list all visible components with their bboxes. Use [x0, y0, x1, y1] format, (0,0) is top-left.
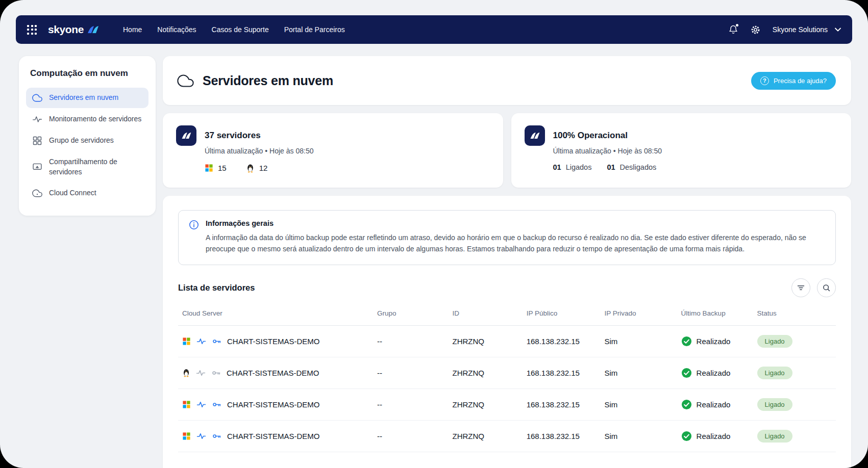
status-badge: Ligado: [757, 335, 792, 348]
sidebar-item-grupo-servidores[interactable]: Grupo de servidores: [26, 131, 148, 151]
key-icon[interactable]: [211, 368, 221, 378]
windows-count: 15: [205, 164, 227, 172]
skyone-logo-text: skyone: [48, 23, 84, 36]
search-button[interactable]: [817, 278, 836, 297]
ip-publico-value: 168.138.232.15: [527, 432, 605, 440]
linux-icon: [182, 368, 190, 377]
bell-icon[interactable]: [728, 24, 739, 35]
key-icon[interactable]: [212, 400, 221, 409]
windows-icon: [205, 164, 213, 172]
filter-button[interactable]: [791, 278, 810, 297]
nav-item-notificacoes[interactable]: Notificações: [157, 25, 196, 34]
apps-grid-icon[interactable]: [27, 25, 37, 35]
backup-value: Realizado: [697, 432, 731, 440]
table-row[interactable]: CHART-SISTEMAS-DEMO -- ZHRZNQ 168.138.23…: [178, 326, 836, 357]
stat-subtitle: Última atualização • Hoje às 08:50: [205, 147, 313, 155]
window-frame: skyone Home Notificações Casos de Suport…: [0, 0, 868, 468]
desligados-count: 01Desligados: [607, 163, 656, 171]
list-actions: [791, 278, 836, 297]
screen-share-icon: [32, 162, 42, 172]
backup-cell: Realizado: [681, 336, 757, 347]
top-navbar: skyone Home Notificações Casos de Suport…: [16, 15, 852, 44]
nav-item-portal-parceiros[interactable]: Portal de Parceiros: [284, 25, 345, 34]
server-cell: CHART-SISTEMAS-DEMO: [182, 336, 377, 346]
stat-card-servers: 37 servidores Última atualização • Hoje …: [163, 113, 503, 188]
ip-privado-value: Sim: [604, 432, 681, 440]
check-circle-icon: [681, 431, 692, 441]
stats-row: 37 servidores Última atualização • Hoje …: [163, 113, 851, 188]
sidebar-item-label: Grupo de servidores: [49, 136, 114, 146]
grupo-value: --: [377, 337, 453, 346]
backup-cell: Realizado: [681, 431, 757, 441]
sidebar-item-monitoramento[interactable]: Monitoramento de servidores: [26, 109, 148, 129]
app-background: skyone Home Notificações Casos de Suport…: [0, 0, 868, 468]
grupo-value: --: [377, 400, 453, 409]
server-name: CHART-SISTEMAS-DEMO: [227, 369, 319, 377]
info-box: Informações gerais A informação da data …: [178, 210, 836, 265]
status-badge: Ligado: [757, 398, 792, 411]
desligados-label: Desligados: [620, 163, 657, 171]
info-box-title: Informações gerais: [206, 219, 818, 227]
monitoring-icon[interactable]: [196, 431, 206, 441]
chevron-down-icon: [835, 28, 841, 32]
stat-title: 37 servidores: [205, 125, 313, 146]
monitoring-icon[interactable]: [196, 400, 206, 409]
backup-value: Realizado: [697, 400, 731, 409]
content-area: Computação em nuvem Servidores em nuvem …: [0, 44, 868, 468]
check-circle-icon: [681, 336, 692, 347]
backup-cell: Realizado: [681, 399, 757, 410]
table-row[interactable]: CHART-SISTEMAS-DEMO -- ZHRZNQ 168.138.23…: [178, 421, 836, 452]
ligados-label: Ligados: [566, 163, 592, 171]
id-value: ZHRZNQ: [453, 337, 527, 346]
ip-publico-value: 168.138.232.15: [527, 369, 605, 377]
col-ip-publico: IP Público: [527, 309, 605, 317]
key-icon[interactable]: [212, 431, 221, 441]
sidebar-item-label: Servidores em nuvem: [49, 93, 118, 103]
grid-icon: [32, 136, 42, 146]
skyone-logo[interactable]: skyone: [48, 23, 100, 36]
list-title: Lista de servidores: [178, 283, 255, 293]
windows-count-value: 15: [218, 164, 227, 172]
page-header-card: Servidores em nuvem ? Precisa de ajuda?: [163, 56, 851, 105]
activity-icon: [32, 114, 42, 124]
stat-card-body: 37 servidores Última atualização • Hoje …: [205, 125, 313, 173]
sidebar-item-label: Compartilhamento de servidores: [49, 157, 142, 177]
id-value: ZHRZNQ: [453, 400, 527, 409]
monitoring-icon[interactable]: [196, 368, 206, 378]
col-id: ID: [453, 309, 527, 317]
backup-value: Realizado: [697, 369, 731, 377]
stat-title: 100% Operacional: [553, 125, 662, 146]
sidebar-item-cloud-connect[interactable]: Cloud Connect: [26, 183, 148, 203]
navbar-left: skyone Home Notificações Casos de Suport…: [27, 23, 345, 36]
col-grupo: Grupo: [377, 309, 453, 317]
help-button[interactable]: ? Precisa de ajuda?: [751, 72, 836, 90]
id-value: ZHRZNQ: [453, 369, 527, 377]
table-row[interactable]: CHART-SISTEMAS-DEMO -- ZHRZNQ 168.138.23…: [178, 357, 836, 389]
nav-item-casos-suporte[interactable]: Casos de Suporte: [212, 25, 269, 34]
skyone-swoosh-icon: [86, 25, 100, 34]
table-row[interactable]: CHART-SISTEMAS-DEMO -- ZHRZNQ 168.138.23…: [178, 389, 836, 421]
gear-icon[interactable]: [750, 24, 761, 35]
table-header-row: Cloud Server Grupo ID IP Público IP Priv…: [178, 301, 836, 326]
stat-card-body: 100% Operacional Última atualização • Ho…: [553, 125, 662, 171]
check-circle-icon: [681, 399, 692, 410]
server-name: CHART-SISTEMAS-DEMO: [227, 337, 319, 346]
server-name: CHART-SISTEMAS-DEMO: [227, 400, 319, 409]
ligados-count: 01Ligados: [553, 163, 592, 171]
id-value: ZHRZNQ: [453, 432, 527, 440]
nav-item-home[interactable]: Home: [123, 25, 142, 34]
question-mark-icon: ?: [760, 76, 769, 85]
ip-publico-value: 168.138.232.15: [527, 337, 605, 346]
skyone-swoosh-icon: [176, 125, 196, 146]
status-badge: Ligado: [757, 367, 792, 379]
server-cell: CHART-SISTEMAS-DEMO: [182, 431, 377, 441]
notification-dot: [736, 24, 738, 27]
key-icon[interactable]: [212, 336, 221, 346]
account-menu[interactable]: Skyone Solutions: [773, 25, 841, 34]
sidebar-item-servidores-em-nuvem[interactable]: Servidores em nuvem: [26, 88, 148, 108]
sidebar-title: Computação em nuvem: [30, 68, 144, 79]
server-list-card: Informações gerais A informação da data …: [163, 196, 851, 468]
monitoring-icon[interactable]: [196, 336, 206, 346]
sidebar-item-compartilhamento[interactable]: Compartilhamento de servidores: [26, 152, 148, 182]
backup-value: Realizado: [697, 337, 731, 346]
